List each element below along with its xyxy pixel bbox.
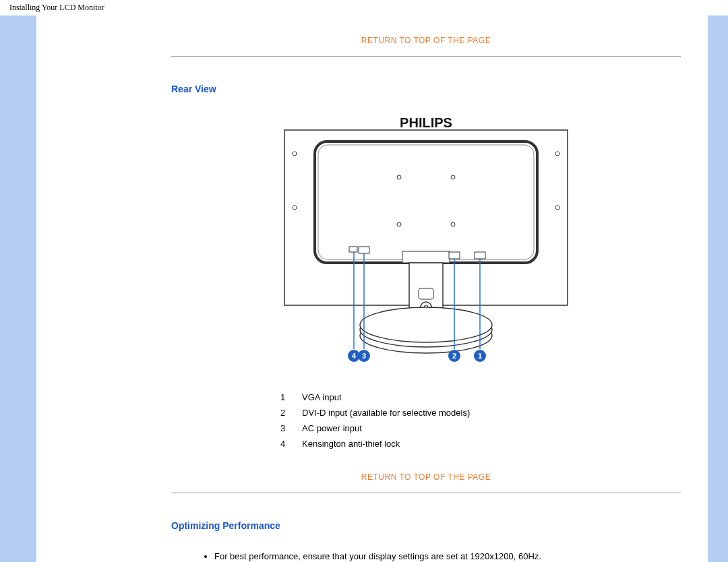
callout-badge-2: 2 [448, 350, 460, 362]
optimizing-list: For best performance, ensure that your d… [214, 550, 681, 562]
svg-rect-24 [349, 247, 357, 252]
legend-label: VGA input [302, 390, 477, 404]
return-to-top-link-1[interactable]: RETURN TO TOP OF THE PAGE [171, 36, 681, 45]
rear-view-legend-table: 1 VGA input 2 DVI-D input (available for… [279, 389, 478, 452]
svg-rect-25 [449, 252, 460, 259]
brand-text: PHILIPS [400, 115, 452, 130]
table-row: 3 AC power input [280, 421, 477, 435]
table-row: 2 DVI-D input (available for selective m… [280, 406, 477, 420]
return-to-top-link-2[interactable]: RETURN TO TOP OF THE PAGE [171, 472, 681, 482]
svg-point-18 [360, 307, 492, 342]
svg-text:3: 3 [362, 352, 366, 360]
legend-num: 4 [280, 437, 301, 451]
svg-rect-2 [318, 145, 534, 259]
rear-view-diagram: PHILIPS [171, 113, 681, 371]
svg-text:2: 2 [452, 352, 456, 360]
table-row: 1 VGA input [280, 390, 477, 404]
table-row: 4 Kensington anti-thief lock [280, 437, 477, 451]
svg-rect-13 [419, 288, 433, 299]
callout-badge-3: 3 [358, 350, 370, 362]
heading-rear-view: Rear View [171, 84, 681, 94]
svg-rect-26 [475, 252, 485, 259]
legend-num: 1 [280, 390, 301, 404]
list-item: For best performance, ensure that your d… [214, 550, 681, 562]
svg-rect-23 [359, 247, 369, 253]
legend-label: AC power input [302, 421, 477, 435]
divider [171, 493, 681, 493]
legend-num: 3 [280, 421, 301, 435]
page-layout: RETURN TO TOP OF THE PAGE Rear View PHIL… [0, 15, 728, 562]
legend-num: 2 [280, 406, 301, 420]
legend-label: Kensington anti-thief lock [302, 437, 477, 451]
divider [171, 56, 681, 57]
monitor-rear-svg: PHILIPS [278, 113, 574, 369]
content-area: RETURN TO TOP OF THE PAGE Rear View PHIL… [36, 15, 708, 562]
callout-badge-1: 1 [474, 350, 486, 362]
heading-optimizing: Optimizing Performance [171, 520, 681, 531]
svg-rect-11 [402, 251, 450, 263]
page-header-title: Installing Your LCD Monitor [0, 0, 728, 15]
svg-text:4: 4 [352, 352, 357, 360]
right-sidebar [708, 15, 728, 562]
legend-label: DVI-D input (available for selective mod… [302, 406, 477, 420]
left-sidebar [0, 15, 36, 562]
svg-text:1: 1 [478, 352, 482, 360]
